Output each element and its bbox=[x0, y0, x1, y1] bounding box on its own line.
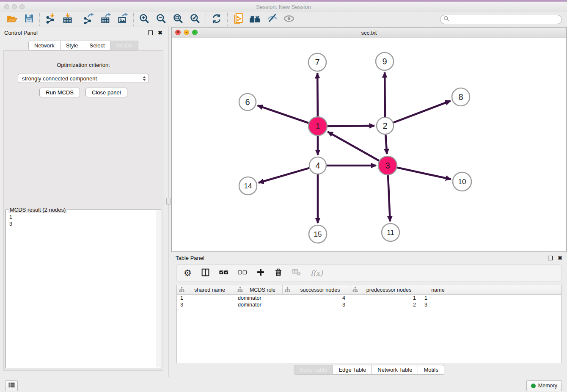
tab-network[interactable]: Network bbox=[28, 41, 61, 50]
edge-2-9[interactable] bbox=[385, 72, 385, 117]
import-table-button[interactable] bbox=[59, 13, 76, 26]
select-all-columns-button[interactable] bbox=[219, 269, 228, 277]
minimize-window-icon[interactable] bbox=[12, 4, 17, 9]
split-columns-button[interactable] bbox=[201, 268, 210, 279]
delete-table-button[interactable] bbox=[292, 268, 301, 278]
run-mcds-button[interactable]: Run MCDS bbox=[39, 88, 80, 97]
cell-shared-name[interactable]: 3 bbox=[177, 302, 235, 308]
tab-node-table[interactable]: Node Table bbox=[294, 365, 333, 375]
new-network-from-selection-button[interactable] bbox=[230, 13, 247, 26]
unselect-all-columns-button[interactable] bbox=[238, 269, 247, 277]
cell-shared-name[interactable]: 1 bbox=[177, 295, 235, 301]
export-table-button[interactable] bbox=[97, 13, 114, 26]
refresh-layout-button[interactable] bbox=[208, 13, 225, 26]
float-panel-icon[interactable] bbox=[148, 30, 153, 35]
add-column-button[interactable] bbox=[256, 268, 265, 278]
open-session-button[interactable] bbox=[3, 13, 20, 26]
cell-mcds-role[interactable]: dominator bbox=[235, 302, 283, 308]
minimize-network-icon[interactable]: – bbox=[184, 30, 189, 35]
first-neighbors-button[interactable] bbox=[247, 13, 264, 26]
close-panel-button[interactable]: Close panel bbox=[85, 88, 127, 97]
cell-name[interactable]: 1 bbox=[420, 295, 456, 301]
zoom-selected-button[interactable] bbox=[187, 13, 204, 26]
node-10[interactable]: 10 bbox=[453, 172, 471, 191]
edge-4-14[interactable] bbox=[259, 168, 309, 183]
edge-3-10[interactable] bbox=[397, 168, 451, 179]
node-table[interactable]: shared name MCDS role successor nodes pr… bbox=[176, 285, 561, 363]
window-traffic-lights[interactable] bbox=[4, 4, 25, 9]
close-panel-icon[interactable]: ✖ bbox=[158, 30, 162, 36]
function-builder-button[interactable]: f(x) bbox=[311, 269, 323, 277]
svg-text:3: 3 bbox=[385, 161, 390, 170]
search-input[interactable] bbox=[451, 16, 561, 23]
edge-1-2[interactable] bbox=[328, 126, 374, 126]
node-6[interactable]: 6 bbox=[239, 94, 256, 110]
import-network-button[interactable] bbox=[42, 13, 59, 26]
memory-button[interactable]: Memory bbox=[526, 380, 562, 391]
export-network-button[interactable] bbox=[80, 13, 97, 26]
column-header-shared-name[interactable]: shared name bbox=[177, 285, 235, 294]
tab-style[interactable]: Style bbox=[61, 41, 84, 50]
tab-select[interactable]: Select bbox=[84, 41, 111, 50]
table-row[interactable]: 1 dominator 4 1 1 bbox=[177, 295, 561, 301]
hide-selected-button[interactable] bbox=[264, 13, 281, 26]
eye-slash-icon bbox=[267, 13, 278, 26]
cell-mcds-role[interactable]: dominator bbox=[235, 295, 283, 301]
save-floppy-icon bbox=[24, 13, 34, 25]
node-9[interactable]: 9 bbox=[376, 52, 394, 70]
network-window-titlebar[interactable]: ✕ – + scc.txt bbox=[172, 28, 566, 38]
zoom-window-icon[interactable] bbox=[19, 4, 25, 9]
node-15[interactable]: 15 bbox=[309, 225, 327, 243]
cell-predecessor-nodes[interactable]: 1 bbox=[350, 295, 420, 301]
table-settings-button[interactable]: ⚙ bbox=[184, 268, 192, 278]
node-1[interactable]: 1 bbox=[308, 117, 327, 135]
cell-successor-nodes[interactable]: 4 bbox=[283, 295, 350, 301]
node-8[interactable]: 8 bbox=[452, 88, 470, 106]
zoom-fit-button[interactable] bbox=[170, 13, 187, 26]
edge-2-3[interactable] bbox=[385, 135, 387, 154]
node-2[interactable]: 2 bbox=[377, 117, 394, 134]
column-header-mcds-role[interactable]: MCDS role bbox=[235, 285, 283, 294]
mcds-result-title: MCDS result (2 nodes) bbox=[8, 207, 67, 213]
table-row[interactable]: 3 dominator 3 2 3 bbox=[177, 301, 561, 308]
close-window-icon[interactable] bbox=[4, 4, 9, 9]
float-table-panel-icon[interactable] bbox=[548, 256, 553, 260]
node-4[interactable]: 4 bbox=[309, 157, 326, 174]
column-header-predecessor-nodes[interactable]: predecessor nodes bbox=[350, 285, 420, 294]
window-title: Session: New Session bbox=[0, 4, 567, 10]
delete-columns-button[interactable] bbox=[274, 268, 283, 278]
search-box[interactable] bbox=[440, 15, 562, 24]
list-icon bbox=[8, 382, 15, 390]
cell-predecessor-nodes[interactable]: 2 bbox=[350, 302, 420, 308]
task-history-button[interactable] bbox=[5, 380, 18, 391]
result-scrollbar[interactable] bbox=[156, 210, 161, 367]
close-network-icon[interactable]: ✕ bbox=[175, 30, 181, 35]
criterion-select[interactable]: strongly connected component bbox=[18, 74, 149, 83]
cell-successor-nodes[interactable]: 3 bbox=[283, 302, 350, 308]
vertical-split-grip[interactable] bbox=[166, 198, 171, 205]
column-header-successor-nodes[interactable]: successor nodes bbox=[283, 285, 350, 294]
edge-2-8[interactable] bbox=[394, 101, 451, 122]
edge-1-7[interactable] bbox=[317, 73, 318, 116]
cell-name[interactable]: 3 bbox=[420, 302, 456, 308]
save-session-button[interactable] bbox=[20, 13, 37, 26]
column-header-name[interactable]: name bbox=[420, 285, 456, 294]
node-3[interactable]: 3 bbox=[378, 156, 397, 175]
node-7[interactable]: 7 bbox=[308, 53, 326, 71]
close-table-panel-icon[interactable]: ✖ bbox=[558, 255, 562, 261]
export-image-button[interactable] bbox=[114, 13, 131, 26]
maximize-network-icon[interactable]: + bbox=[192, 30, 198, 35]
zoom-in-button[interactable] bbox=[136, 13, 153, 26]
edge-1-6[interactable] bbox=[258, 105, 309, 123]
network-canvas[interactable]: 1234678910111415 bbox=[172, 38, 566, 251]
edge-3-1[interactable] bbox=[328, 132, 379, 160]
tab-mcds[interactable]: MCDS bbox=[111, 41, 138, 50]
node-14[interactable]: 14 bbox=[239, 177, 257, 195]
node-11[interactable]: 11 bbox=[382, 224, 399, 241]
tab-network-table[interactable]: Network Table bbox=[372, 365, 418, 375]
show-all-button[interactable] bbox=[281, 13, 297, 26]
tab-motifs[interactable]: Motifs bbox=[418, 365, 444, 375]
edge-3-11[interactable] bbox=[388, 175, 390, 221]
zoom-out-button[interactable] bbox=[153, 13, 170, 26]
tab-edge-table[interactable]: Edge Table bbox=[333, 365, 372, 375]
